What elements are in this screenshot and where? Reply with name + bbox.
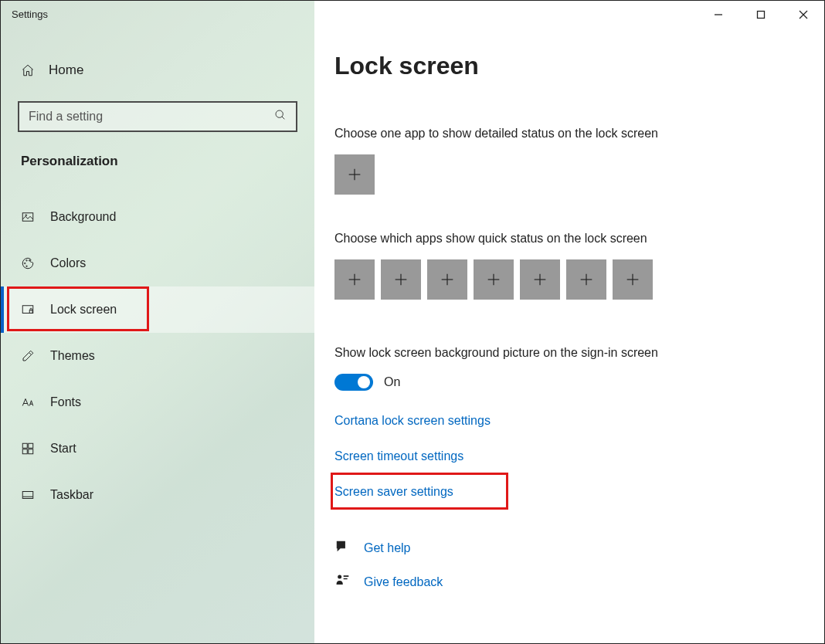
close-icon bbox=[799, 10, 808, 19]
lock-screen-icon bbox=[21, 303, 35, 317]
show-bg-label: Show lock screen background picture on t… bbox=[334, 346, 824, 360]
plus-icon bbox=[531, 271, 548, 288]
sidebar: Settings Home Personalization Background… bbox=[1, 1, 314, 643]
add-quick-app-button[interactable] bbox=[334, 259, 375, 300]
svg-rect-8 bbox=[29, 310, 32, 314]
fonts-icon bbox=[21, 395, 35, 409]
nav-list: Background Colors Lock screen Themes Fon… bbox=[1, 194, 314, 518]
nav-item-label: Lock screen bbox=[50, 303, 117, 317]
nav-item-label: Taskbar bbox=[50, 488, 93, 502]
get-help-row[interactable]: Get help bbox=[334, 539, 824, 558]
svg-rect-12 bbox=[29, 449, 33, 454]
plus-icon bbox=[346, 166, 363, 183]
help-icon bbox=[334, 539, 350, 558]
minimize-icon bbox=[714, 10, 723, 19]
svg-rect-7 bbox=[22, 306, 33, 314]
add-quick-app-button[interactable] bbox=[613, 259, 653, 300]
window-title: Settings bbox=[1, 1, 314, 20]
section-title: Personalization bbox=[1, 132, 314, 169]
nav-item-label: Start bbox=[50, 442, 76, 456]
search-input[interactable] bbox=[29, 110, 274, 124]
main-content: Lock screen Choose one app to show detai… bbox=[314, 1, 824, 643]
svg-rect-13 bbox=[22, 492, 33, 499]
svg-point-36 bbox=[338, 575, 341, 579]
window-controls bbox=[697, 1, 824, 29]
taskbar-icon bbox=[21, 488, 35, 502]
nav-item-start[interactable]: Start bbox=[1, 425, 314, 472]
plus-icon bbox=[624, 271, 641, 288]
home-button[interactable]: Home bbox=[1, 20, 314, 78]
add-quick-app-button[interactable] bbox=[427, 259, 467, 300]
svg-rect-16 bbox=[757, 12, 764, 19]
maximize-button[interactable] bbox=[739, 1, 782, 29]
home-label: Home bbox=[49, 63, 83, 78]
nav-item-background[interactable]: Background bbox=[1, 194, 314, 240]
give-feedback-row[interactable]: Give feedback bbox=[334, 573, 824, 591]
quick-status-row bbox=[334, 259, 824, 300]
quick-status-label: Choose which apps show quick status on t… bbox=[334, 232, 824, 246]
search-box[interactable] bbox=[18, 101, 297, 132]
screen-timeout-link[interactable]: Screen timeout settings bbox=[334, 449, 463, 463]
search-icon bbox=[274, 109, 287, 124]
maximize-icon bbox=[756, 10, 766, 19]
nav-item-taskbar[interactable]: Taskbar bbox=[1, 472, 314, 518]
svg-point-4 bbox=[26, 260, 28, 262]
nav-item-label: Colors bbox=[50, 256, 86, 270]
get-help-link: Get help bbox=[364, 541, 410, 555]
svg-rect-9 bbox=[22, 443, 27, 448]
nav-item-colors[interactable]: Colors bbox=[1, 240, 314, 286]
start-icon bbox=[21, 442, 35, 456]
detailed-status-label: Choose one app to show detailed status o… bbox=[334, 127, 824, 141]
image-icon bbox=[21, 210, 35, 224]
show-bg-toggle[interactable] bbox=[334, 374, 373, 391]
add-quick-app-button[interactable] bbox=[474, 259, 514, 300]
svg-point-5 bbox=[29, 260, 31, 262]
palette-icon bbox=[21, 256, 35, 270]
svg-rect-10 bbox=[29, 443, 33, 448]
nav-item-lock-screen[interactable]: Lock screen bbox=[1, 286, 314, 333]
nav-item-label: Background bbox=[50, 210, 116, 224]
feedback-icon bbox=[334, 573, 350, 591]
nav-item-fonts[interactable]: Fonts bbox=[1, 379, 314, 425]
svg-point-6 bbox=[26, 266, 28, 267]
cortana-settings-link[interactable]: Cortana lock screen settings bbox=[334, 414, 491, 428]
svg-point-0 bbox=[276, 110, 283, 117]
plus-icon bbox=[485, 271, 502, 288]
home-icon bbox=[21, 63, 35, 77]
nav-item-label: Fonts bbox=[50, 395, 81, 409]
plus-icon bbox=[578, 271, 595, 288]
minimize-button[interactable] bbox=[697, 1, 739, 29]
plus-icon bbox=[439, 271, 456, 288]
add-quick-app-button[interactable] bbox=[381, 259, 421, 300]
svg-rect-1 bbox=[22, 213, 33, 222]
add-quick-app-button[interactable] bbox=[520, 259, 560, 300]
plus-icon bbox=[392, 271, 409, 288]
nav-item-label: Themes bbox=[50, 349, 95, 363]
detailed-status-row bbox=[334, 154, 824, 195]
svg-point-2 bbox=[25, 215, 27, 216]
svg-rect-11 bbox=[22, 449, 27, 454]
screen-saver-link[interactable]: Screen saver settings bbox=[334, 485, 453, 499]
add-quick-app-button[interactable] bbox=[566, 259, 606, 300]
toggle-state-label: On bbox=[384, 375, 400, 389]
nav-item-themes[interactable]: Themes bbox=[1, 333, 314, 379]
close-button[interactable] bbox=[782, 1, 824, 29]
add-detailed-app-button[interactable] bbox=[334, 154, 375, 195]
themes-icon bbox=[21, 349, 35, 363]
plus-icon bbox=[346, 271, 363, 288]
svg-point-3 bbox=[25, 263, 26, 264]
give-feedback-link: Give feedback bbox=[364, 575, 443, 589]
